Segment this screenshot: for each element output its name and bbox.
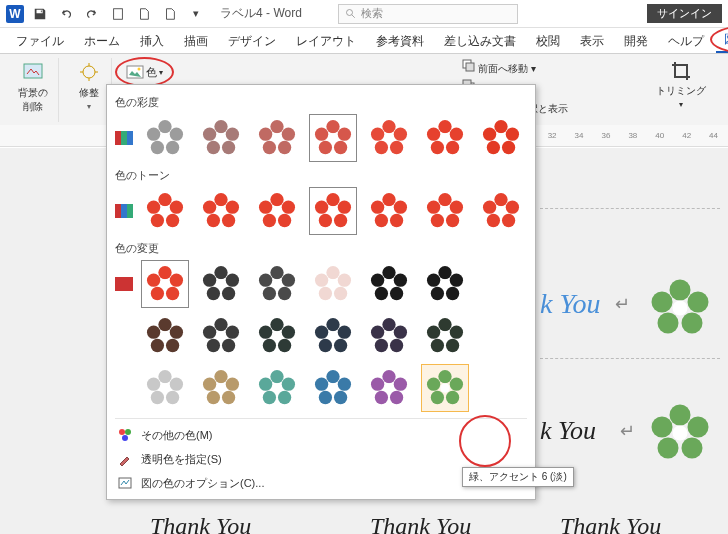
svg-point-217 xyxy=(384,383,394,393)
svg-point-113 xyxy=(483,201,496,214)
tone-swatch[interactable] xyxy=(477,187,525,235)
recolor-swatch[interactable] xyxy=(253,312,301,360)
flower-image[interactable] xyxy=(650,278,710,338)
svg-point-157 xyxy=(160,331,170,341)
svg-point-174 xyxy=(315,326,328,339)
recolor-swatch[interactable] xyxy=(365,260,413,308)
svg-point-82 xyxy=(207,214,220,227)
recolor-swatch[interactable] xyxy=(253,260,301,308)
svg-point-172 xyxy=(334,339,347,352)
svg-point-144 xyxy=(371,274,384,287)
save-icon[interactable] xyxy=(30,4,50,24)
flower-image[interactable] xyxy=(650,403,710,463)
tone-swatch[interactable] xyxy=(197,187,245,235)
recolor-swatch[interactable] xyxy=(197,364,245,412)
svg-point-200 xyxy=(270,370,283,383)
svg-point-214 xyxy=(390,391,403,404)
color-button[interactable]: 色 ▾ xyxy=(120,60,169,84)
recolor-swatch[interactable] xyxy=(421,260,469,308)
svg-point-63 xyxy=(440,133,450,143)
search-icon xyxy=(345,8,357,20)
chevron-down-icon[interactable]: ▾ xyxy=(186,4,206,24)
search-placeholder: 検索 xyxy=(361,6,383,21)
svg-point-120 xyxy=(147,274,160,287)
recolor-swatch[interactable] xyxy=(141,260,189,308)
tone-swatch[interactable] xyxy=(309,187,357,235)
tab-review[interactable]: 校閲 xyxy=(528,30,568,53)
touch-icon[interactable] xyxy=(108,4,128,24)
tab-file[interactable]: ファイル xyxy=(8,30,72,53)
svg-point-147 xyxy=(450,274,463,287)
svg-point-167 xyxy=(263,339,276,352)
saturation-swatch[interactable] xyxy=(477,114,525,162)
tab-design[interactable]: デザイン xyxy=(220,30,284,53)
svg-rect-25 xyxy=(115,131,121,145)
remove-background-button[interactable]: 背景の 削除 xyxy=(14,58,52,116)
saturation-swatch[interactable] xyxy=(141,114,189,162)
svg-point-153 xyxy=(170,326,183,339)
tab-home[interactable]: ホーム xyxy=(76,30,128,53)
saturation-swatch[interactable] xyxy=(309,114,357,162)
svg-point-114 xyxy=(496,206,506,216)
recolor-swatch[interactable] xyxy=(421,312,469,360)
saturation-swatch[interactable] xyxy=(421,114,469,162)
recolor-swatch[interactable] xyxy=(309,260,357,308)
recolor-swatch[interactable] xyxy=(365,364,413,412)
svg-point-162 xyxy=(203,326,216,339)
recolor-swatch[interactable] xyxy=(365,312,413,360)
tab-layout[interactable]: レイアウト xyxy=(288,30,364,53)
thank-you-script: k You xyxy=(540,288,600,320)
tab-draw[interactable]: 描画 xyxy=(176,30,216,53)
recolor-swatch[interactable] xyxy=(197,312,245,360)
tab-picture-format[interactable]: 図の形式 xyxy=(716,28,728,53)
svg-point-80 xyxy=(226,201,239,214)
recolor-swatch[interactable] xyxy=(309,312,357,360)
corrections-label: 修整 xyxy=(79,86,99,100)
bring-forward-button[interactable]: 前面へ移動 ▾ xyxy=(461,58,568,76)
tab-references[interactable]: 参考資料 xyxy=(368,30,432,53)
tab-view[interactable]: 表示 xyxy=(572,30,612,53)
recolor-swatch[interactable] xyxy=(309,364,357,412)
svg-point-83 xyxy=(203,201,216,214)
tab-mailings[interactable]: 差し込み文書 xyxy=(436,30,524,53)
svg-point-117 xyxy=(170,274,183,287)
undo-icon[interactable] xyxy=(56,4,76,24)
color-dropdown: 色の彩度 色のトーン 色の変更 その他の色(M) 透明色を指定(S) 図の色のオ… xyxy=(106,84,536,500)
saturation-swatch[interactable] xyxy=(253,114,301,162)
svg-point-195 xyxy=(226,378,239,391)
tab-insert[interactable]: 挿入 xyxy=(132,30,172,53)
tone-row xyxy=(115,185,527,237)
tone-swatch[interactable] xyxy=(365,187,413,235)
svg-point-75 xyxy=(166,214,179,227)
more-colors-item[interactable]: その他の色(M) xyxy=(115,423,527,447)
recolor-swatch[interactable] xyxy=(141,364,189,412)
crop-button[interactable]: トリミング ▾ xyxy=(652,58,710,111)
svg-point-40 xyxy=(270,120,283,133)
svg-point-145 xyxy=(384,279,394,289)
signin-button[interactable]: サインイン xyxy=(647,4,722,23)
svg-point-68 xyxy=(483,128,496,141)
recolor-swatch[interactable] xyxy=(141,312,189,360)
tone-swatch[interactable] xyxy=(421,187,469,235)
open-icon[interactable] xyxy=(160,4,180,24)
tone-swatch[interactable] xyxy=(253,187,301,235)
tone-swatch[interactable] xyxy=(141,187,189,235)
recolor-row xyxy=(115,362,527,414)
svg-point-30 xyxy=(166,141,179,154)
saturation-swatch[interactable] xyxy=(197,114,245,162)
svg-point-149 xyxy=(431,287,444,300)
recolor-swatch[interactable] xyxy=(253,364,301,412)
search-input[interactable]: 検索 xyxy=(338,4,518,24)
svg-point-126 xyxy=(203,274,216,287)
svg-point-132 xyxy=(259,274,272,287)
new-icon[interactable] xyxy=(134,4,154,24)
recolor-swatch[interactable] xyxy=(197,260,245,308)
recolor-swatch[interactable] xyxy=(421,364,469,412)
saturation-swatch[interactable] xyxy=(365,114,413,162)
corrections-button[interactable]: 修整 ▾ xyxy=(73,58,105,113)
tab-developer[interactable]: 開発 xyxy=(616,30,656,53)
redo-icon[interactable] xyxy=(82,4,102,24)
tab-help[interactable]: ヘルプ xyxy=(660,30,712,53)
svg-point-170 xyxy=(326,318,339,331)
svg-point-100 xyxy=(375,214,388,227)
